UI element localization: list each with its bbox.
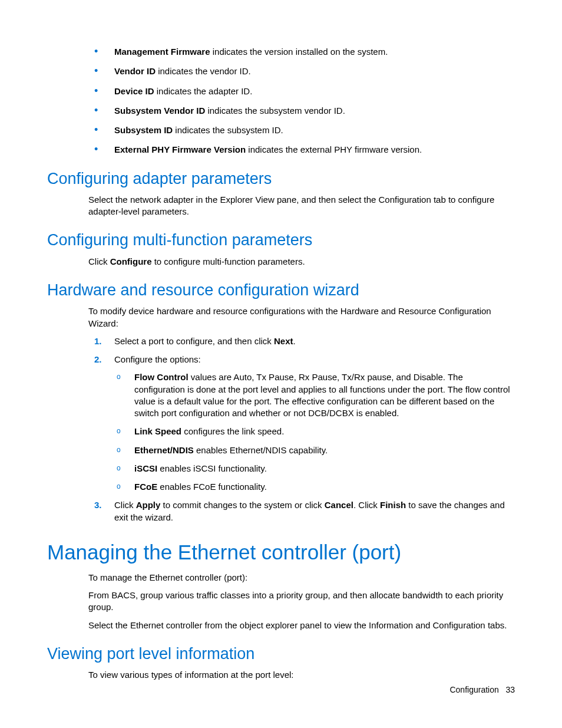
desc: indicates the version installed on the s… — [210, 47, 388, 57]
desc: indicates the subsystem ID. — [173, 125, 283, 135]
list-item: FCoE enables FCoE functionality. — [114, 481, 515, 493]
list-item: iSCSI enables iSCSI functionality. — [114, 463, 515, 475]
body-text: From BACS, group various traffic classes… — [88, 589, 515, 614]
term: Subsystem Vendor ID — [114, 106, 205, 116]
list-item: Vendor ID indicates the vendor ID. — [47, 65, 515, 77]
body-text: To manage the Ethernet controller (port)… — [88, 572, 515, 584]
step-item: Configure the options: Flow Control valu… — [47, 354, 515, 493]
list-item: Flow Control values are Auto, Tx Pause, … — [114, 371, 515, 419]
step-item: Select a port to configure, and then cli… — [47, 335, 515, 347]
list-item: Subsystem Vendor ID indicates the subsys… — [47, 105, 515, 117]
heading-viewing-port-level-information: Viewing port level information — [47, 644, 515, 663]
heading-configuring-adapter-parameters: Configuring adapter parameters — [47, 169, 515, 188]
footer-page-number: 33 — [505, 685, 515, 694]
term: Subsystem ID — [114, 125, 173, 135]
list-item: Subsystem ID indicates the subsystem ID. — [47, 124, 515, 136]
term: Management Firmware — [114, 47, 210, 57]
list-item: Management Firmware indicates the versio… — [47, 46, 515, 58]
list-item: Ethernet/NDIS enables Ethernet/NDIS capa… — [114, 444, 515, 456]
list-item: External PHY Firmware Version indicates … — [47, 144, 515, 156]
option-list: Flow Control values are Auto, Tx Pause, … — [114, 371, 515, 493]
desc: indicates the external PHY firmware vers… — [246, 144, 422, 154]
desc: indicates the adapter ID. — [154, 86, 253, 96]
step-item: Click Apply to commit changes to the sys… — [47, 499, 515, 523]
footer-section: Configuration — [449, 685, 498, 694]
heading-hardware-resource-wizard: Hardware and resource configuration wiza… — [47, 281, 515, 299]
body-text: Select the network adapter in the Explor… — [88, 194, 515, 218]
list-item: Link Speed configures the link speed. — [114, 426, 515, 437]
page-footer: Configuration 33 — [449, 684, 515, 696]
body-text: To view various types of information at … — [88, 669, 515, 681]
term: Vendor ID — [114, 66, 156, 76]
body-text: To modify device hardware and resource c… — [88, 305, 515, 330]
list-item: Device ID indicates the adapter ID. — [47, 85, 515, 97]
desc: indicates the vendor ID. — [156, 66, 251, 76]
term: External PHY Firmware Version — [114, 144, 246, 154]
heading-configuring-multi-function-parameters: Configuring multi-function parameters — [47, 230, 515, 249]
term: Device ID — [114, 86, 154, 96]
heading-managing-ethernet-controller: Managing the Ethernet controller (port) — [47, 540, 515, 565]
body-text: Select the Ethernet controller from the … — [88, 620, 515, 631]
top-bullet-list: Management Firmware indicates the versio… — [47, 46, 515, 156]
page-content: Management Firmware indicates the versio… — [47, 46, 515, 687]
numbered-steps: Select a port to configure, and then cli… — [47, 335, 515, 523]
desc: indicates the subsystem vendor ID. — [205, 106, 345, 116]
body-text: Click Configure to configure multi-funct… — [88, 256, 515, 268]
